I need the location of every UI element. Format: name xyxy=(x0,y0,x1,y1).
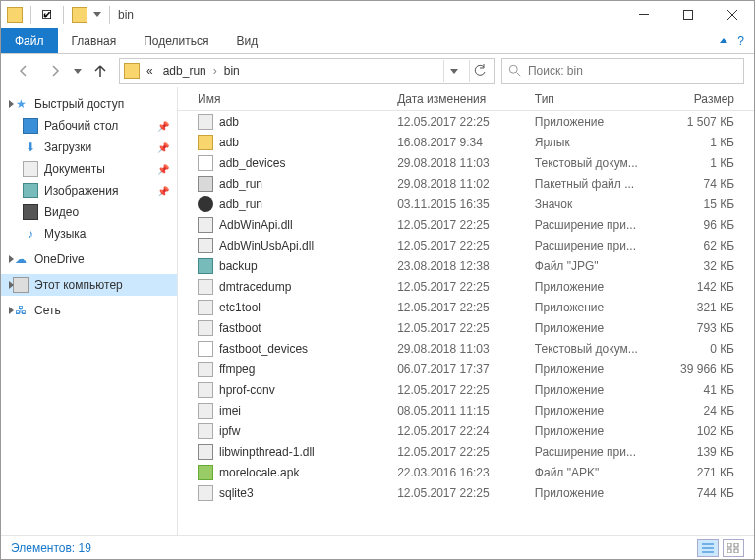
titlebar: 🗹 bin xyxy=(1,1,754,28)
star-icon: ★ xyxy=(13,96,29,112)
nav-bar: « adb_run › bin Поиск: bin xyxy=(1,54,754,87)
file-type: Приложение xyxy=(535,115,660,129)
file-size: 41 КБ xyxy=(660,383,754,397)
properties-icon[interactable]: 🗹 xyxy=(39,7,55,23)
search-box[interactable]: Поиск: bin xyxy=(501,58,744,84)
file-name: AdbWinUsbApi.dll xyxy=(219,239,314,252)
tab-home[interactable]: Главная xyxy=(58,28,131,53)
file-name: libwinpthread-1.dll xyxy=(219,445,315,459)
separator xyxy=(109,6,110,24)
file-date: 03.11.2015 16:35 xyxy=(397,197,535,211)
file-row[interactable]: AdbWinUsbApi.dll12.05.2017 22:25Расширен… xyxy=(178,235,754,255)
file-icon xyxy=(198,423,213,439)
sidebar-item-label: Музыка xyxy=(44,227,86,241)
file-row[interactable]: adb12.05.2017 22:25Приложение1 507 КБ xyxy=(178,111,754,132)
tab-share[interactable]: Поделиться xyxy=(130,28,222,53)
sidebar-music[interactable]: ♪Музыка xyxy=(1,223,177,245)
col-size[interactable]: Размер xyxy=(660,92,754,106)
file-date: 23.08.2018 12:38 xyxy=(397,259,535,273)
disclosure-icon[interactable] xyxy=(9,100,14,108)
address-bar[interactable]: « adb_run › bin xyxy=(119,58,495,84)
sidebar-network[interactable]: 🖧Сеть xyxy=(1,300,177,321)
sidebar-this-pc[interactable]: Этот компьютер xyxy=(1,274,177,296)
help-icon[interactable]: ? xyxy=(737,34,744,48)
file-name: fastboot_devices xyxy=(219,342,308,356)
close-icon xyxy=(727,10,737,20)
file-icon xyxy=(198,444,213,460)
file-rows: adb12.05.2017 22:25Приложение1 507 КБadb… xyxy=(178,111,754,535)
file-row[interactable]: morelocale.apk22.03.2016 16:23Файл "APK"… xyxy=(178,462,754,482)
back-button[interactable] xyxy=(11,58,36,84)
file-name: etc1tool xyxy=(219,301,261,314)
col-name[interactable]: Имя xyxy=(178,92,397,106)
disclosure-icon[interactable] xyxy=(9,255,14,263)
file-row[interactable]: AdbWinApi.dll12.05.2017 22:25Расширение … xyxy=(178,214,754,235)
icons-view-button[interactable] xyxy=(723,539,744,557)
file-name: adb_devices xyxy=(219,156,285,170)
svg-rect-1 xyxy=(683,10,692,19)
sidebar-documents[interactable]: Документы📌 xyxy=(1,158,177,180)
forward-button[interactable] xyxy=(42,58,68,84)
file-row[interactable]: fastboot_devices29.08.2018 11:03Текстовы… xyxy=(178,338,754,359)
file-row[interactable]: backup23.08.2018 12:38Файл "JPG"32 КБ xyxy=(178,255,754,276)
file-row[interactable]: etc1tool12.05.2017 22:25Приложение321 КБ xyxy=(178,297,754,317)
details-view-button[interactable] xyxy=(697,539,719,557)
minimize-button[interactable] xyxy=(621,1,666,28)
file-date: 22.03.2016 16:23 xyxy=(397,466,535,479)
file-type: Пакетный файл ... xyxy=(535,177,660,191)
file-row[interactable]: imei08.05.2011 11:15Приложение24 КБ xyxy=(178,400,754,420)
file-date: 12.05.2017 22:25 xyxy=(397,486,535,500)
file-row[interactable]: fastboot12.05.2017 22:25Приложение793 КБ xyxy=(178,317,754,338)
file-size: 744 КБ xyxy=(660,486,754,500)
breadcrumb-item[interactable]: adb_run xyxy=(160,64,209,78)
sidebar-video[interactable]: Видео xyxy=(1,201,177,223)
col-type[interactable]: Тип xyxy=(535,92,660,106)
col-date[interactable]: Дата изменения xyxy=(397,92,535,106)
svg-rect-0 xyxy=(639,14,649,15)
back-arrow-icon xyxy=(16,63,31,79)
disclosure-icon[interactable] xyxy=(9,281,14,289)
chevron-down-icon[interactable] xyxy=(93,12,101,17)
file-type: Приложение xyxy=(535,486,660,500)
up-button[interactable] xyxy=(87,58,113,84)
address-dropdown-button[interactable] xyxy=(443,60,465,82)
file-row[interactable]: ffmpeg06.07.2017 17:37Приложение39 966 К… xyxy=(178,359,754,379)
sidebar-pictures[interactable]: Изображения📌 xyxy=(1,180,177,201)
history-dropdown-icon[interactable] xyxy=(74,69,82,74)
file-size: 15 КБ xyxy=(660,197,754,211)
sidebar-onedrive[interactable]: ☁OneDrive xyxy=(1,249,177,270)
file-row[interactable]: libwinpthread-1.dll12.05.2017 22:25Расши… xyxy=(178,441,754,462)
details-icon xyxy=(702,543,714,553)
tab-file[interactable]: Файл xyxy=(1,28,58,53)
file-name: fastboot xyxy=(219,321,261,335)
file-row[interactable]: adb_run29.08.2018 11:02Пакетный файл ...… xyxy=(178,173,754,194)
file-icon xyxy=(198,114,213,130)
disclosure-icon[interactable] xyxy=(9,307,14,314)
refresh-button[interactable] xyxy=(469,60,491,82)
file-icon xyxy=(198,485,213,501)
file-icon xyxy=(198,135,213,150)
expand-ribbon-icon[interactable] xyxy=(720,38,727,43)
file-date: 12.05.2017 22:25 xyxy=(397,383,535,397)
file-row[interactable]: adb_devices29.08.2018 11:03Текстовый док… xyxy=(178,152,754,173)
search-placeholder: Поиск: bin xyxy=(528,64,583,78)
file-row[interactable]: sqlite312.05.2017 22:25Приложение744 КБ xyxy=(178,482,754,503)
sidebar-downloads[interactable]: ⬇Загрузки📌 xyxy=(1,137,177,158)
file-row[interactable]: hprof-conv12.05.2017 22:25Приложение41 К… xyxy=(178,379,754,400)
file-row[interactable]: dmtracedump12.05.2017 22:25Приложение142… xyxy=(178,276,754,297)
tab-view[interactable]: Вид xyxy=(222,28,271,53)
documents-icon xyxy=(23,161,38,177)
file-date: 29.08.2018 11:03 xyxy=(397,156,535,170)
file-row[interactable]: ipfw12.05.2017 22:24Приложение102 КБ xyxy=(178,420,754,441)
chevron-down-icon xyxy=(450,69,458,74)
column-headers: Имя Дата изменения Тип Размер xyxy=(178,87,754,111)
file-row[interactable]: adb16.08.2017 9:34Ярлык1 КБ xyxy=(178,132,754,152)
file-icon xyxy=(198,196,213,212)
sidebar-desktop[interactable]: Рабочий стол📌 xyxy=(1,115,177,137)
close-button[interactable] xyxy=(710,1,754,28)
breadcrumb-item[interactable]: bin xyxy=(221,64,243,78)
file-row[interactable]: adb_run03.11.2015 16:35Значок15 КБ xyxy=(178,194,754,214)
computer-icon xyxy=(13,277,29,293)
maximize-button[interactable] xyxy=(666,1,710,28)
sidebar-quick-access[interactable]: ★ Быстрый доступ xyxy=(1,93,177,115)
